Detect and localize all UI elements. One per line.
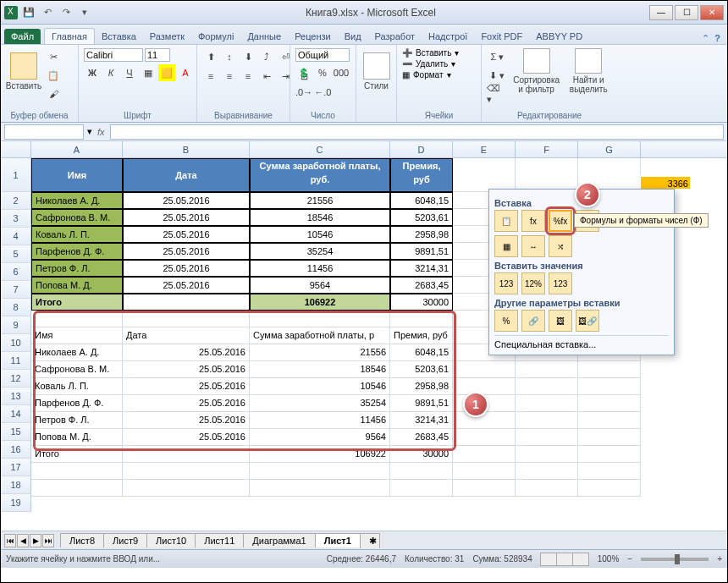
- cell[interactable]: 5203,61: [390, 209, 453, 226]
- align-top-button[interactable]: ⬆: [202, 48, 219, 65]
- cell[interactable]: 18546: [250, 361, 390, 378]
- cell[interactable]: [123, 463, 250, 480]
- cell[interactable]: 9891,51: [390, 395, 453, 412]
- cell[interactable]: Сумма заработной платы, руб.: [250, 158, 390, 192]
- cell[interactable]: 2683,45: [390, 429, 453, 446]
- cell[interactable]: [453, 463, 516, 480]
- cell[interactable]: Сумма заработной платы, р: [250, 327, 390, 344]
- cell[interactable]: 30000: [390, 446, 453, 463]
- align-bot-button[interactable]: ⬇: [240, 48, 256, 65]
- formula-input[interactable]: [110, 124, 724, 140]
- font-color-button[interactable]: A: [177, 64, 194, 81]
- font-select[interactable]: [84, 48, 143, 62]
- redo-button[interactable]: ↷: [58, 5, 74, 20]
- currency-button[interactable]: 💲: [295, 64, 312, 81]
- paste-transpose-icon[interactable]: ⤭: [549, 235, 572, 257]
- find-select-button[interactable]: Найти и выделить: [565, 48, 612, 94]
- name-box[interactable]: [4, 124, 84, 140]
- fx-icon[interactable]: fx: [92, 127, 110, 137]
- tab-addins[interactable]: Надстрої: [422, 29, 474, 44]
- cell[interactable]: 10546: [250, 378, 390, 395]
- cell[interactable]: [250, 480, 390, 497]
- sheet-prev-button[interactable]: ◀: [17, 534, 29, 547]
- cell[interactable]: [516, 378, 578, 395]
- paste-colwidths-icon[interactable]: ↔: [521, 235, 545, 257]
- tab-file[interactable]: Файл: [4, 29, 41, 44]
- cell[interactable]: Имя: [31, 158, 123, 192]
- view-layout-button[interactable]: [556, 553, 573, 566]
- ribbon-minimize-icon[interactable]: ⌃: [702, 33, 709, 44]
- save-button[interactable]: 💾: [21, 5, 36, 20]
- underline-button[interactable]: Ч: [121, 64, 138, 81]
- cells-insert-button[interactable]: ➕Вставить ▾: [402, 48, 459, 58]
- cell[interactable]: 3214,31: [390, 260, 453, 277]
- cell[interactable]: Коваль Л. П.: [31, 226, 123, 243]
- cell[interactable]: 25.05.2016: [123, 361, 250, 378]
- cell[interactable]: 11456: [250, 412, 390, 429]
- cells-delete-button[interactable]: ➖Удалить ▾: [402, 59, 455, 69]
- sheet-tab[interactable]: Лист9: [103, 533, 147, 547]
- row-header[interactable]: 14: [1, 405, 31, 423]
- sheet-tab[interactable]: Лист10: [146, 533, 196, 547]
- row-header[interactable]: 17: [1, 459, 31, 476]
- tab-view[interactable]: Вид: [338, 29, 368, 44]
- cell[interactable]: [578, 446, 641, 463]
- cell[interactable]: Коваль Л. П.: [31, 378, 123, 395]
- row-header[interactable]: 6: [1, 263, 31, 281]
- cell[interactable]: 25.05.2016: [123, 209, 250, 226]
- cell[interactable]: 25.05.2016: [123, 277, 250, 294]
- col-header[interactable]: E: [453, 141, 516, 157]
- sheet-tab[interactable]: Лист11: [195, 533, 244, 547]
- zoom-slider[interactable]: [641, 558, 709, 561]
- cell[interactable]: 25.05.2016: [123, 429, 250, 446]
- cell[interactable]: [578, 480, 641, 497]
- tab-foxit[interactable]: Foxit PDF: [474, 29, 529, 44]
- cell[interactable]: 2683,45: [390, 277, 453, 294]
- tab-insert[interactable]: Вставка: [95, 29, 143, 44]
- cell[interactable]: [123, 294, 250, 311]
- cell[interactable]: 2958,98: [390, 226, 453, 243]
- cell[interactable]: [390, 480, 453, 497]
- maximize-button[interactable]: ☐: [675, 5, 698, 20]
- cell[interactable]: [453, 378, 516, 395]
- dec-decimal-button[interactable]: ←.0: [314, 84, 331, 101]
- tab-abbyy[interactable]: ABBYY PD: [529, 29, 589, 44]
- paste-link-icon[interactable]: 🔗: [521, 310, 545, 332]
- cell[interactable]: Попова М. Д.: [31, 429, 123, 446]
- cell[interactable]: 6048,15: [390, 344, 453, 361]
- paste-noborders-icon[interactable]: ▦: [494, 235, 518, 257]
- cell[interactable]: Премия, руб: [390, 327, 453, 344]
- align-center-button[interactable]: ≡: [221, 68, 238, 85]
- paste-values-numfmt-icon[interactable]: 12%: [521, 272, 545, 294]
- cell[interactable]: [453, 429, 516, 446]
- row-header[interactable]: 13: [1, 388, 31, 405]
- bold-button[interactable]: Ж: [84, 64, 101, 81]
- cells-format-button[interactable]: ▦Формат ▾: [402, 70, 451, 80]
- cell[interactable]: 21556: [250, 344, 390, 361]
- cell[interactable]: [390, 311, 453, 327]
- cell[interactable]: [516, 412, 578, 429]
- sort-filter-button[interactable]: Сортировка и фильтр: [511, 48, 562, 94]
- close-button[interactable]: ✕: [700, 5, 724, 20]
- row-header[interactable]: 2: [1, 192, 31, 210]
- paste-values-icon[interactable]: 123: [494, 272, 518, 294]
- align-left-button[interactable]: ≡: [202, 68, 219, 85]
- format-painter-button[interactable]: 🖌: [45, 85, 62, 102]
- sheet-tab-active[interactable]: Лист1: [315, 533, 361, 547]
- paste-picture-icon[interactable]: 🖼: [549, 310, 572, 332]
- row-header[interactable]: 16: [1, 441, 31, 459]
- cell[interactable]: 2958,98: [390, 378, 453, 395]
- qat-dropdown[interactable]: ▾: [77, 5, 92, 20]
- paste-special-link[interactable]: Специальная вставка...: [494, 335, 669, 349]
- autosum-button[interactable]: Σ ▾: [487, 48, 508, 65]
- sheet-next-button[interactable]: ▶: [30, 534, 41, 547]
- row-header[interactable]: 8: [1, 299, 31, 316]
- row-header[interactable]: 15: [1, 423, 31, 441]
- cell[interactable]: 25.05.2016: [123, 395, 250, 412]
- cell[interactable]: Дата: [123, 327, 250, 344]
- tab-home[interactable]: Главная: [44, 28, 95, 44]
- cut-button[interactable]: ✂: [45, 48, 62, 65]
- paste-formulas-icon[interactable]: fx: [521, 210, 545, 232]
- cell[interactable]: 9891,51: [390, 243, 453, 260]
- cell[interactable]: Николаев А. Д.: [31, 192, 123, 209]
